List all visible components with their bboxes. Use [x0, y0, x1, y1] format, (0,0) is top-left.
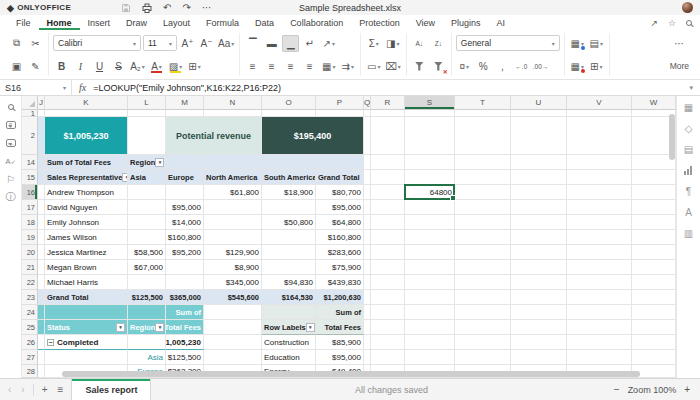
grid-cell[interactable] — [405, 200, 455, 215]
menu-protection[interactable]: Protection — [351, 15, 408, 30]
conditional-formatting-icon[interactable]: ▤▾ — [588, 35, 605, 52]
grid-cell[interactable] — [364, 245, 371, 260]
valign-top-icon[interactable]: ▔ — [244, 35, 261, 52]
grid-cell[interactable] — [128, 335, 166, 350]
column-header-T[interactable]: T — [455, 96, 511, 110]
grid-cell[interactable] — [262, 155, 316, 170]
clear-filter-icon[interactable]: ✕ — [430, 58, 447, 75]
row-header-14[interactable]: 14 — [22, 155, 38, 170]
cell-O18[interactable]: $50,800 — [262, 215, 316, 230]
column-header-Q[interactable]: Q — [364, 96, 371, 110]
cell-K15[interactable]: Sales Representative▾ — [45, 170, 128, 185]
grid-cell[interactable] — [364, 230, 371, 245]
grid-cell[interactable] — [38, 335, 45, 350]
grid-cell[interactable] — [455, 320, 511, 335]
cell-P27[interactable]: $95,000 — [316, 350, 364, 365]
cell-M17[interactable]: $95,000 — [166, 200, 204, 215]
row-header-25[interactable]: 25 — [22, 320, 38, 335]
search-icon[interactable] — [686, 18, 692, 28]
grid-cell[interactable] — [455, 215, 511, 230]
cell-K18[interactable]: Emily Johnson — [45, 215, 128, 230]
decrease-decimal-icon[interactable]: ←.0 — [513, 58, 530, 75]
grid-cell[interactable] — [455, 185, 511, 200]
cell-P22[interactable]: $439,830 — [316, 275, 364, 290]
grid-cell[interactable] — [511, 290, 567, 305]
grid-cell[interactable] — [511, 320, 567, 335]
grid-cell[interactable] — [38, 365, 45, 378]
grid-cell[interactable] — [567, 155, 632, 170]
cell-K23[interactable]: Grand Total — [45, 290, 128, 305]
grid-cell[interactable] — [455, 335, 511, 350]
grid-cell[interactable] — [262, 260, 316, 275]
cell-M20[interactable]: $95,200 — [166, 245, 204, 260]
grid-cell[interactable] — [632, 185, 676, 200]
column-header-O[interactable]: O — [262, 96, 316, 110]
row-header-1[interactable]: 1 — [22, 110, 38, 117]
collapse-icon[interactable]: − — [47, 339, 54, 346]
cell-P20[interactable]: $283,600 — [316, 245, 364, 260]
row-header-26[interactable]: 26 — [22, 335, 38, 350]
about-icon[interactable]: ⓘ — [4, 191, 18, 203]
cell-N16[interactable]: $61,800 — [204, 185, 262, 200]
grid-cell[interactable] — [455, 170, 511, 185]
grid-cell[interactable] — [38, 170, 45, 185]
grid-cell[interactable] — [567, 350, 632, 365]
cell-K26[interactable]: −Completed — [45, 335, 128, 350]
align-right-icon[interactable]: ≡ — [282, 58, 299, 75]
cell-K14[interactable]: Sum of Total Fees — [45, 155, 128, 170]
zoom-in-icon[interactable]: + — [684, 384, 690, 395]
column-header-M[interactable]: M — [166, 96, 204, 110]
grid-cell[interactable] — [38, 320, 45, 335]
copy-style-icon[interactable]: ✎ — [27, 58, 44, 75]
cell-settings-icon[interactable]: ▦ — [682, 101, 696, 113]
change-case-icon[interactable]: Aa▾ — [217, 35, 235, 52]
menu-home[interactable]: Home — [39, 15, 80, 30]
number-format-select[interactable]: General▾ — [456, 35, 560, 51]
filter-dropdown-icon[interactable]: ▾ — [116, 323, 125, 332]
font-color-icon[interactable]: A▾ — [148, 58, 165, 75]
grid-cell[interactable] — [511, 350, 567, 365]
grid-cell[interactable] — [371, 185, 405, 200]
grid-cell[interactable] — [632, 245, 676, 260]
column-header-N[interactable]: N — [204, 96, 262, 110]
cell-O15[interactable]: South America — [262, 170, 316, 185]
grid-cell[interactable] — [405, 215, 455, 230]
cell-K16[interactable]: Andrew Thompson — [45, 185, 128, 200]
cell-K22[interactable]: Michael Harris — [45, 275, 128, 290]
grid-cell[interactable] — [455, 110, 511, 117]
grid-cell[interactable] — [364, 335, 371, 350]
grid-cell[interactable] — [567, 290, 632, 305]
insert-function-icon[interactable]: fx — [72, 82, 93, 93]
grid-cell[interactable] — [455, 117, 511, 155]
fill-color-icon[interactable]: ▨▾ — [167, 58, 184, 75]
cell-K21[interactable]: Megan Brown — [45, 260, 128, 275]
grid-cell[interactable] — [455, 290, 511, 305]
shape-settings-icon[interactable]: ◇ — [682, 122, 696, 134]
grid-cell[interactable] — [204, 305, 262, 320]
grid-cell[interactable] — [166, 275, 204, 290]
cell-K19[interactable]: James Wilson — [45, 230, 128, 245]
grid-cell[interactable] — [371, 110, 405, 117]
valign-bottom-icon[interactable]: ▁ — [282, 35, 299, 52]
cell-M15[interactable]: Europe — [166, 170, 204, 185]
row-header-17[interactable]: 17 — [22, 200, 38, 215]
grid-cell[interactable] — [371, 290, 405, 305]
grid-cell[interactable] — [45, 350, 128, 365]
grid-cell[interactable] — [364, 275, 371, 290]
row-header-23[interactable]: 23 — [22, 290, 38, 305]
grid-cell[interactable] — [262, 230, 316, 245]
borders-icon[interactable]: ⊞▾ — [186, 58, 203, 75]
wrap-text-icon[interactable]: ↵ — [301, 35, 318, 52]
cell-M26[interactable]: $1,005,230 — [166, 335, 204, 350]
row-header-20[interactable]: 20 — [22, 245, 38, 260]
column-header-R[interactable]: R — [371, 96, 405, 110]
grid-cell[interactable] — [38, 260, 45, 275]
cell-P19[interactable]: $160,800 — [316, 230, 364, 245]
sort-ascending-icon[interactable]: A↓ — [411, 35, 428, 52]
grid-cell[interactable] — [405, 170, 455, 185]
textart-settings-icon[interactable]: A — [682, 206, 696, 218]
increase-font-icon[interactable]: A⁺ — [179, 35, 196, 52]
menu-insert[interactable]: Insert — [80, 15, 119, 30]
cell-M24[interactable]: Sum of — [166, 305, 204, 320]
grid-cell[interactable] — [371, 170, 405, 185]
